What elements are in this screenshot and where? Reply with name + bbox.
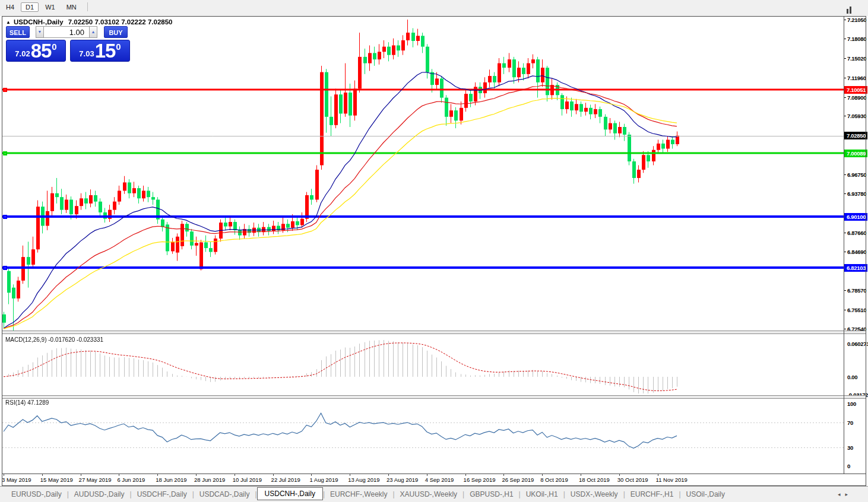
rsi-axis-label: 100: [844, 401, 867, 407]
timeframe-button-mn[interactable]: MN: [62, 2, 81, 12]
date-tick: [311, 474, 312, 476]
date-label: 6 Jun 2019: [117, 476, 145, 483]
price-tick: 6.75510: [844, 307, 867, 313]
date-tick: [42, 474, 43, 476]
sell-price-major: 7.02: [15, 49, 30, 58]
rsi-axis-label: 30: [844, 444, 867, 451]
date-label: 27 May 2019: [79, 476, 112, 483]
rsi-label: RSI(14) 47.1289: [5, 399, 49, 406]
panel-separator[interactable]: [2, 395, 866, 399]
current-price-badge: 7.02850: [844, 132, 867, 139]
date-label: 11 Nov 2019: [656, 476, 688, 483]
date-label: 18 Oct 2019: [579, 476, 610, 483]
buy-price-point: 0: [116, 42, 121, 52]
tab-usdchf-daily[interactable]: USDCHF-,Daily: [132, 489, 192, 500]
tab-eurchf-weekly[interactable]: EURCHF-,Weekly: [325, 489, 392, 500]
buy-price-major: 7.03: [79, 49, 94, 58]
collapse-arrow-icon[interactable]: ▲: [6, 20, 11, 25]
panel-separator[interactable]: [2, 331, 866, 334]
tab-ukoil-h1[interactable]: UKOil-,H1: [521, 489, 563, 500]
date-axis[interactable]: 3 May 201915 May 201927 May 20196 Jun 20…: [2, 474, 844, 485]
sell-price-point: 0: [52, 42, 56, 52]
date-tick: [658, 474, 658, 476]
terminal-window: H4D1W1MN ▲USDCNH-,Daily7.02250 7.03102 7…: [0, 0, 868, 502]
date-tick: [81, 474, 81, 476]
date-tick: [465, 474, 466, 476]
tab-eurusd-daily[interactable]: EURUSD-,Daily: [6, 489, 67, 500]
macd-label: MACD(12,26,9) -0.017620 -0.023331: [5, 336, 103, 343]
tab-usdx-weekly[interactable]: USDX-,Weekly: [565, 489, 623, 500]
date-tick: [427, 474, 427, 476]
date-label: 18 Jun 2019: [156, 476, 186, 483]
sell-price-box[interactable]: 7.02 85 0: [6, 40, 66, 62]
volume-decrease-button[interactable]: ▼: [36, 26, 44, 38]
date-tick: [235, 474, 235, 476]
tab-scroll-arrows[interactable]: ◂▸: [838, 491, 853, 497]
tab-scroll-right-icon[interactable]: ▸: [845, 491, 853, 497]
date-label: 22 Jul 2019: [271, 476, 300, 483]
level-price-badge: 7.10051: [844, 86, 867, 94]
date-tick: [619, 474, 620, 476]
tab-usdcad-daily[interactable]: USDCAD-,Daily: [194, 489, 255, 500]
timeframe-toolbar: H4D1W1MN: [0, 0, 868, 16]
volume-increase-button[interactable]: ▲: [89, 26, 97, 38]
chart-tab-bar: EURUSD-,Daily|AUDUSD-,Daily|USDCHF-,Dail…: [0, 486, 868, 502]
date-tick: [119, 474, 119, 476]
tab-scroll-left-icon[interactable]: ◂: [838, 491, 845, 497]
level-price-badge: 7.00089: [844, 150, 867, 157]
price-tick: 7.21050: [844, 17, 867, 23]
buy-price-pips: 15: [95, 42, 116, 60]
date-label: 16 Sep 2019: [464, 476, 496, 483]
date-tick: [4, 474, 4, 476]
toolbar-divider: [87, 2, 88, 11]
macd-axis-label: 0.060273: [844, 341, 867, 347]
macd-axis-label: 0.00: [844, 374, 867, 380]
chart-title: ▲USDCNH-,Daily7.02250 7.03102 7.02222 7.…: [6, 18, 173, 26]
price-tick: 6.93780: [844, 190, 867, 197]
timeframe-button-w1[interactable]: W1: [40, 2, 60, 12]
sell-price-pips: 85: [31, 42, 52, 60]
level-price-badge: 6.90100: [844, 213, 867, 221]
buy-price-box[interactable]: 7.03 15 0: [70, 40, 130, 62]
price-tick: 6.96750: [844, 171, 867, 178]
date-tick: [273, 474, 274, 476]
date-tick: [581, 474, 581, 476]
tab-xauusd-weekly[interactable]: XAUUSD-,Weekly: [395, 489, 462, 500]
tab-usdcnh-daily[interactable]: USDCNH-,Daily: [257, 487, 323, 500]
chart-bars-icon[interactable]: [847, 3, 855, 10]
date-tick: [350, 474, 350, 476]
date-tick: [542, 474, 543, 476]
timeframe-button-d1[interactable]: D1: [21, 2, 39, 12]
date-tick: [388, 474, 389, 476]
tab-usoil-daily[interactable]: USOil-,Daily: [681, 489, 730, 500]
date-label: 1 Aug 2019: [309, 476, 338, 483]
sell-button[interactable]: SELL: [6, 26, 30, 38]
timeframe-button-h4[interactable]: H4: [1, 2, 19, 12]
tab-audusd-daily[interactable]: AUDUSD-,Daily: [69, 489, 130, 500]
level-price-badge: 6.82103: [844, 264, 867, 272]
date-label: 30 Oct 2019: [617, 476, 648, 483]
price-tick: 6.84690: [844, 249, 867, 255]
macd-values: -0.017620 -0.023331: [48, 336, 103, 343]
date-label: 10 Jul 2019: [233, 476, 262, 483]
price-tick: 7.15020: [844, 55, 867, 62]
date-tick: [196, 474, 197, 476]
rsi-axis-label: 70: [844, 420, 867, 426]
price-tick: 7.18080: [844, 36, 867, 42]
buy-button[interactable]: BUY: [104, 26, 128, 38]
date-label: 13 Aug 2019: [348, 476, 379, 483]
rsi-axis-label: 0: [844, 463, 867, 469]
price-tick: 7.08900: [844, 94, 867, 101]
axis-separator-line: [844, 17, 844, 474]
date-label: 4 Sep 2019: [425, 476, 454, 483]
date-label: 8 Oct 2019: [540, 476, 568, 483]
date-label: 28 Jun 2019: [194, 476, 225, 483]
date-label: 26 Sep 2019: [502, 476, 534, 483]
volume-input[interactable]: [43, 26, 90, 38]
tab-gbpusd-h1[interactable]: GBPUSD-,H1: [464, 489, 518, 500]
date-tick: [503, 474, 504, 476]
tab-eurchf-h1[interactable]: EURCHF-,H1: [625, 489, 679, 500]
rsi-value: 47.1289: [27, 399, 49, 406]
date-label: 23 Aug 2019: [387, 476, 418, 483]
price-chart-canvas[interactable]: [2, 17, 844, 474]
